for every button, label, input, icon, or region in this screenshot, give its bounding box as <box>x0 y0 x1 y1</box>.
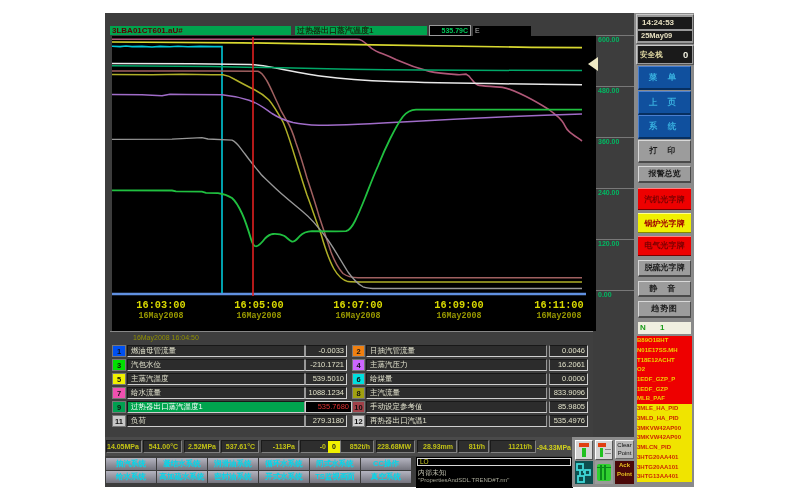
svg-text:16May2008: 16May2008 <box>437 311 482 320</box>
svg-text:16May2008: 16May2008 <box>237 311 282 320</box>
svg-text:16May2008: 16May2008 <box>336 311 381 320</box>
svg-text:16:07:00: 16:07:00 <box>333 299 382 311</box>
svg-text:16:11:00: 16:11:00 <box>534 299 583 311</box>
svg-text:16:03:00: 16:03:00 <box>136 299 185 311</box>
svg-text:16May2008: 16May2008 <box>537 311 582 320</box>
svg-text:16:05:00: 16:05:00 <box>234 299 283 311</box>
svg-text:16May2008: 16May2008 <box>139 311 184 320</box>
svg-text:16:09:00: 16:09:00 <box>434 299 483 311</box>
